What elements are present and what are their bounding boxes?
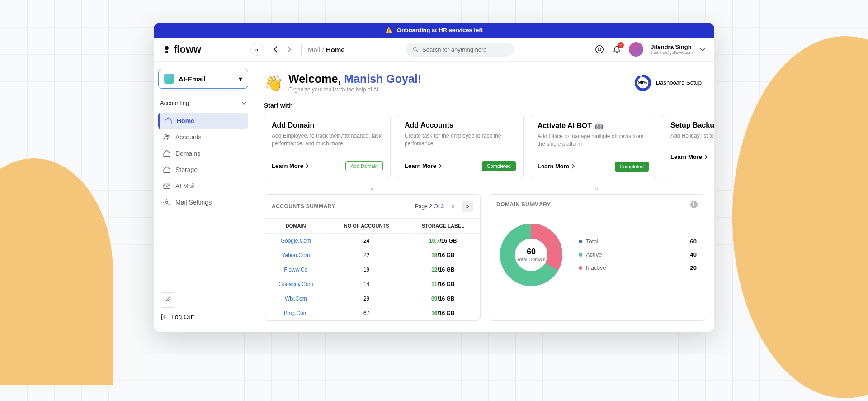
brand-logo[interactable]: floww bbox=[163, 43, 244, 55]
table-pager: Page 2 Of 3 « » bbox=[415, 201, 473, 212]
search-box[interactable] bbox=[406, 43, 514, 57]
cell-storage: 09/16 GB bbox=[406, 291, 480, 306]
card-title: Activate AI BOT 🤖 bbox=[538, 121, 649, 130]
donut-total-value: 60 bbox=[527, 247, 536, 257]
banner-text: Onboarding at HR services left bbox=[397, 27, 483, 33]
sidebar-item-home[interactable]: Home bbox=[158, 113, 248, 129]
warning-icon: ⚠️ bbox=[385, 27, 392, 33]
chevron-down-icon: ▾ bbox=[239, 75, 242, 83]
table-row[interactable]: Yahoo.Com2218/16 GB bbox=[264, 248, 480, 263]
donut-chart: 60 Total Domain bbox=[497, 221, 565, 289]
robot-icon: 🤖 bbox=[594, 121, 604, 130]
app-window: ⚠️ Onboarding at HR services left floww … bbox=[154, 23, 714, 332]
legend-item: Total60 bbox=[579, 238, 697, 245]
back-button[interactable] bbox=[269, 43, 281, 55]
chevron-right-icon bbox=[571, 164, 575, 169]
donut-total-label: Total Domain bbox=[517, 257, 546, 262]
card-desc: Add Holiday list to m bbox=[670, 132, 714, 140]
learn-more-link[interactable]: Learn More bbox=[670, 153, 708, 160]
drag-handle-icon[interactable]: ⠿ bbox=[264, 187, 481, 192]
cell-storage: 11/16 GB bbox=[406, 277, 480, 291]
help-icon[interactable] bbox=[594, 44, 604, 54]
logout-button[interactable]: Log Out bbox=[160, 313, 246, 321]
start-cards-row: Add DomainAdd Employee, to track their A… bbox=[264, 114, 714, 179]
start-with-heading: Start with bbox=[264, 102, 714, 109]
col-storage: STORAGE LABEL bbox=[406, 218, 480, 233]
svg-rect-6 bbox=[164, 184, 170, 189]
svg-line-1 bbox=[416, 50, 418, 52]
cell-accounts: 22 bbox=[327, 248, 406, 263]
table-row[interactable]: Floww.Co1912/16 GB bbox=[264, 263, 480, 277]
accounts-summary-panel: ACCOUNTS SUMMARY Page 2 Of 3 « » DOMAIN … bbox=[264, 194, 481, 321]
pager-prev-button[interactable]: « bbox=[448, 201, 458, 212]
header: floww « Mail / Home 2 Jitendra Singh bbox=[154, 38, 714, 62]
sidebar-collapse-button[interactable]: « bbox=[250, 43, 263, 56]
logo-icon bbox=[163, 45, 171, 53]
sidebar-item-label: AI Mail bbox=[175, 182, 195, 190]
legend-value: 60 bbox=[690, 238, 697, 245]
cell-domain: Wix.Com bbox=[264, 291, 327, 306]
home-icon bbox=[164, 117, 172, 125]
welcome-header: 👋 Welcome, Manish Goyal! Organize your m… bbox=[264, 72, 714, 93]
legend-dot bbox=[579, 240, 582, 243]
forward-button[interactable] bbox=[283, 43, 295, 55]
start-card-3: Setup BackupAdd Holiday list to mLearn M… bbox=[663, 114, 714, 179]
breadcrumb: Mail / Home bbox=[308, 46, 345, 53]
info-icon[interactable]: i bbox=[690, 201, 698, 208]
sidebar-item-accounts[interactable]: Accounts bbox=[158, 129, 248, 145]
eyedropper-icon bbox=[164, 296, 172, 304]
onboarding-banner[interactable]: ⚠️ Onboarding at HR services left bbox=[154, 23, 714, 38]
learn-more-link[interactable]: Learn More bbox=[405, 162, 442, 169]
user-menu-chevron[interactable] bbox=[700, 46, 705, 53]
svg-point-2 bbox=[596, 46, 604, 53]
domains-icon bbox=[163, 149, 171, 158]
learn-more-link[interactable]: Learn More bbox=[272, 162, 309, 169]
user-info: Jitendra Singh Jitendra@gofloww.com bbox=[651, 43, 693, 55]
app-icon bbox=[164, 74, 174, 84]
search-input[interactable] bbox=[422, 46, 507, 53]
storage-icon bbox=[163, 166, 171, 174]
progress-ring: 90% bbox=[634, 74, 651, 91]
legend-item: Inactive20 bbox=[579, 264, 697, 271]
cell-storage: 12/16 GB bbox=[406, 263, 480, 277]
page-subtitle: Organize your mail with the help of AI bbox=[288, 86, 421, 93]
status-badge: Completed bbox=[482, 161, 516, 171]
divider bbox=[301, 44, 302, 55]
svg-point-7 bbox=[166, 201, 168, 204]
table-row[interactable]: Godaddy.Com1411/16 GB bbox=[264, 277, 480, 291]
add-domain-button[interactable]: Add Domain bbox=[345, 161, 383, 171]
table-row[interactable]: Google.Com2410.7/16 GB bbox=[264, 233, 480, 248]
start-card-0: Add DomainAdd Employee, to track their A… bbox=[264, 114, 391, 179]
sidebar-section-accounting[interactable]: Accounting bbox=[158, 97, 248, 109]
cell-storage: 10.7/16 GB bbox=[406, 233, 480, 248]
drag-handle-icon[interactable]: ⠿ bbox=[489, 187, 705, 192]
card-title: Add Domain bbox=[272, 121, 383, 129]
start-card-2: Activate AI BOT 🤖Add Office to manage mu… bbox=[530, 114, 656, 179]
notifications-button[interactable]: 2 bbox=[612, 44, 622, 54]
svg-point-0 bbox=[413, 47, 417, 51]
avatar[interactable] bbox=[629, 42, 643, 57]
legend-label: Inactive bbox=[586, 264, 606, 271]
sidebar-item-mail-settings[interactable]: Mail Settings bbox=[158, 194, 248, 210]
sidebar-item-domains[interactable]: Domains bbox=[158, 145, 248, 162]
cell-accounts: 14 bbox=[327, 277, 406, 291]
sidebar-item-ai-mail[interactable]: AI Mail bbox=[158, 178, 248, 194]
dashboard-setup-widget[interactable]: 90% Dashboard Setup bbox=[634, 74, 702, 91]
chevron-right-icon bbox=[306, 163, 309, 168]
table-row[interactable]: Wix.Com2909/16 GB bbox=[264, 291, 480, 306]
table-row[interactable]: Bing.Com6716/16 GB bbox=[264, 306, 480, 320]
learn-more-link[interactable]: Learn More bbox=[538, 163, 575, 170]
legend-value: 40 bbox=[690, 251, 697, 258]
wave-icon: 👋 bbox=[264, 74, 283, 92]
col-accounts: NO OF ACCOUNTS bbox=[327, 218, 406, 233]
sidebar-item-storage[interactable]: Storage bbox=[158, 162, 248, 178]
pager-next-button[interactable]: » bbox=[462, 201, 473, 212]
legend-dot bbox=[579, 253, 582, 257]
cell-storage: 18/16 GB bbox=[406, 248, 480, 263]
cell-accounts: 24 bbox=[327, 233, 406, 248]
search-icon bbox=[413, 46, 419, 53]
eyedropper-tool[interactable] bbox=[160, 292, 175, 308]
main-content: 👋 Welcome, Manish Goyal! Organize your m… bbox=[253, 62, 714, 332]
app-selector[interactable]: AI-Email ▾ bbox=[158, 69, 248, 89]
card-desc: Create task for the employee to rack the… bbox=[405, 132, 516, 148]
